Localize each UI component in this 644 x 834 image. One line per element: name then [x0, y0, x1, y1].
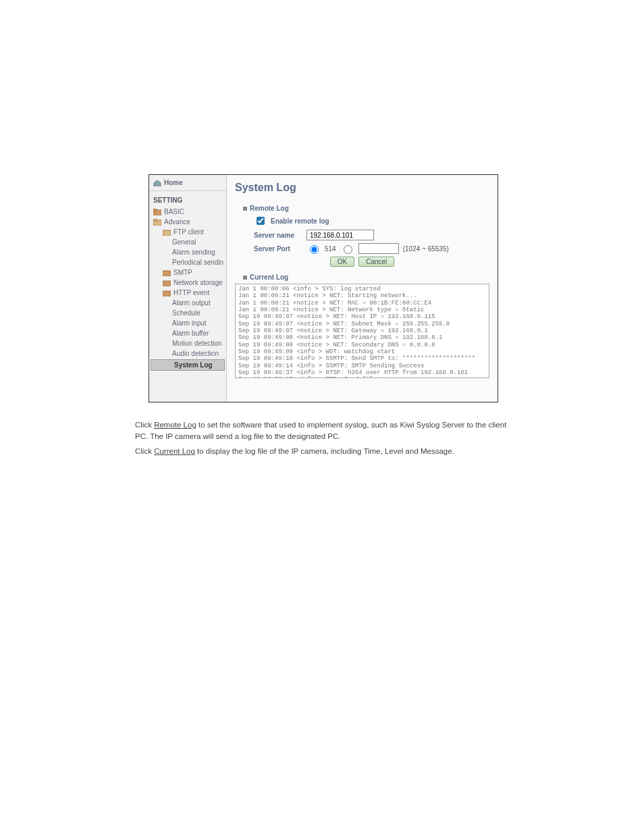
nav-network-storage[interactable]: Network storage: [149, 278, 226, 288]
log-line: Sep 19 09:50:13 <info > FTP: Send file t…: [238, 376, 486, 378]
enable-remote-label: Enable remote log: [271, 217, 329, 225]
server-name-row: Server name: [254, 230, 489, 240]
folder-open-icon: [163, 229, 171, 236]
port-custom-input[interactable]: [358, 243, 399, 254]
nav-smtp[interactable]: SMTP: [149, 267, 226, 278]
log-line: Sep 19 09:49:09 <info > WDT: watchdog st…: [238, 348, 486, 355]
log-line: Sep 19 09:49:07 <notice > NET: Gateway =…: [238, 328, 486, 334]
folder-icon: [163, 280, 171, 286]
nav-label: Alarm sending: [172, 249, 215, 256]
svg-rect-1: [153, 209, 157, 211]
log-line: Jan 1 00:00:06 <info > SYS: log started: [238, 286, 486, 292]
ok-button[interactable]: OK: [330, 257, 354, 267]
nav-label: Audio detection: [172, 350, 219, 357]
nav-label: Alarm output: [172, 299, 211, 307]
nav-label: Schedule: [172, 309, 200, 317]
server-port-label: Server Port: [254, 245, 302, 253]
nav-label: Periodical sendin: [172, 259, 223, 266]
page-title: System Log: [235, 182, 489, 194]
nav-label: BASIC: [164, 208, 184, 215]
folder-open-icon: [153, 219, 161, 226]
log-line: Sep 19 09:49:14 <info > SSMTP: SMTP Send…: [238, 363, 486, 369]
svg-rect-5: [163, 271, 171, 276]
nav-http-event[interactable]: HTTP event: [149, 288, 226, 298]
button-row: OK Cancel: [235, 257, 489, 267]
server-port-row: Server Port 514 (1024 ~ 65535): [254, 243, 489, 254]
nav-label: SMTP: [173, 269, 192, 276]
nav-label: Alarm buffer: [172, 330, 209, 337]
nav-alarm-input[interactable]: Alarm input: [149, 318, 226, 328]
nav-audio-detection[interactable]: Audio detection: [149, 348, 226, 359]
enable-remote-checkbox[interactable]: [257, 217, 265, 225]
nav-basic[interactable]: BASIC: [149, 207, 226, 217]
server-name-label: Server name: [254, 232, 302, 239]
port-default-radio[interactable]: [310, 245, 319, 254]
nav-periodical-sending[interactable]: Periodical sendin: [149, 257, 226, 267]
nav-alarm-buffer[interactable]: Alarm buffer: [149, 328, 226, 338]
section-setting: SETTING: [149, 191, 226, 207]
remote-log-header: Remote Log: [243, 205, 489, 212]
log-line: Sep 19 09:49:07 <notice > NET: Subnet Ma…: [238, 321, 486, 328]
current-log-header: Current Log: [243, 273, 489, 281]
svg-rect-4: [163, 230, 171, 236]
port-custom-radio[interactable]: [344, 245, 352, 254]
server-name-input[interactable]: [306, 230, 374, 240]
home-link[interactable]: Home: [149, 178, 226, 191]
nav-system-log[interactable]: System Log: [151, 359, 225, 371]
nav-label: Advance: [164, 218, 190, 226]
nav-ftp-client[interactable]: FTP client: [149, 227, 226, 237]
description-text: Click Remote Log to set the software tha…: [135, 415, 513, 461]
nav-alarm-sending[interactable]: Alarm sending: [149, 247, 226, 257]
nav-label: System Log: [174, 361, 213, 369]
nav-label: Alarm input: [172, 319, 207, 327]
svg-rect-3: [153, 219, 157, 221]
remote-log-key: Remote Log: [154, 421, 196, 429]
nav-alarm-output[interactable]: Alarm output: [149, 298, 226, 308]
nav-schedule[interactable]: Schedule: [149, 308, 226, 318]
nav-advance[interactable]: Advance: [149, 217, 226, 227]
log-line: Jan 1 00:00:21 <notice > NET: MAC = 00:1…: [238, 300, 486, 307]
log-line: Sep 19 09:49:08 <notice > NET: Primary D…: [238, 334, 486, 341]
nav-general[interactable]: General: [149, 237, 226, 247]
sidebar: Home SETTING BASIC Advance FTP client Ge…: [149, 175, 227, 402]
screenshot-panel: Home SETTING BASIC Advance FTP client Ge…: [149, 174, 498, 402]
log-line: Sep 19 09:49:37 <info > RTSP: h264 over …: [238, 369, 486, 376]
log-line: Sep 19 09:49:07 <notice > NET: Host IP =…: [238, 313, 486, 320]
nav-label: HTTP event: [173, 289, 209, 296]
cancel-button[interactable]: Cancel: [358, 257, 394, 267]
svg-rect-7: [163, 291, 171, 296]
nav-motion-detection[interactable]: Motion detection: [149, 338, 226, 348]
svg-rect-6: [163, 281, 171, 286]
current-log-box[interactable]: Jan 1 00:00:06 <info > SYS: log startedJ…: [235, 284, 489, 378]
home-icon: [153, 180, 161, 186]
current-log-key: Current Log: [154, 447, 195, 455]
nav-label: General: [172, 238, 196, 246]
port-range-label: (1024 ~ 65535): [403, 245, 449, 253]
enable-remote-row: Enable remote log: [254, 215, 489, 227]
home-label: Home: [164, 179, 183, 186]
log-line: Sep 19 09:49:08 <notice > NET: Secondary…: [238, 342, 486, 348]
desc-paragraph-2: Click Current Log to display the log fil…: [135, 446, 513, 457]
folder-icon: [163, 290, 171, 296]
desc-paragraph-1: Click Remote Log to set the software tha…: [135, 419, 513, 442]
port-default-value: 514: [325, 245, 336, 253]
folder-icon: [153, 209, 161, 215]
nav-label: Network storage: [173, 279, 223, 286]
folder-icon: [163, 269, 171, 276]
log-line: Jan 1 00:00:21 <notice > NET: Network ty…: [238, 307, 486, 313]
nav-label: FTP client: [173, 228, 204, 236]
log-line: Jan 1 00:00:21 <notice > NET: Starting n…: [238, 292, 486, 299]
main-content: System Log Remote Log Enable remote log …: [227, 175, 498, 402]
log-line: Sep 19 09:49:10 <info > SSMTP: Send SMTP…: [238, 355, 486, 362]
nav-label: Motion detection: [172, 340, 221, 347]
